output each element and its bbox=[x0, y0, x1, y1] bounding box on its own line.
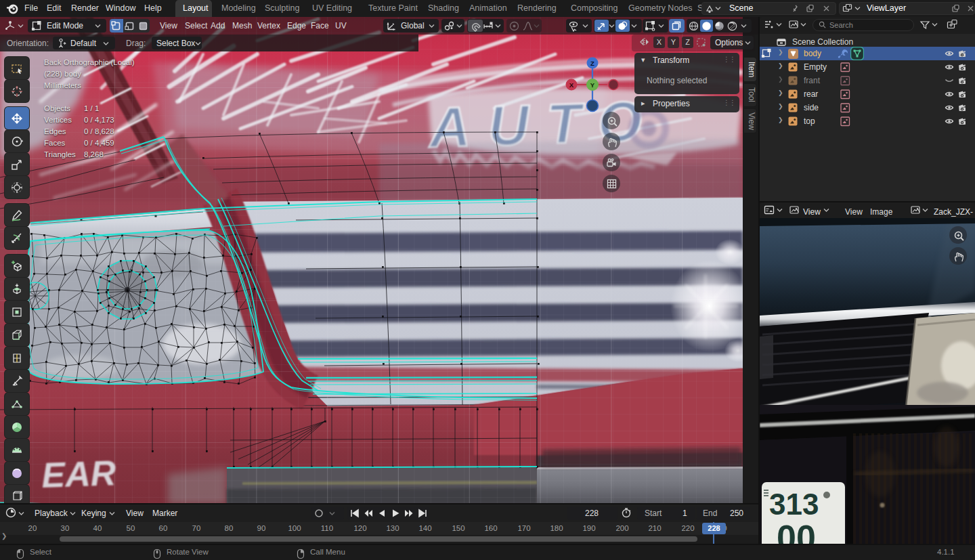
svg-text:Y: Y bbox=[590, 81, 595, 89]
svg-text:X: X bbox=[569, 81, 574, 89]
svg-text:313: 313 bbox=[769, 488, 819, 521]
svg-text:Z: Z bbox=[590, 60, 594, 67]
